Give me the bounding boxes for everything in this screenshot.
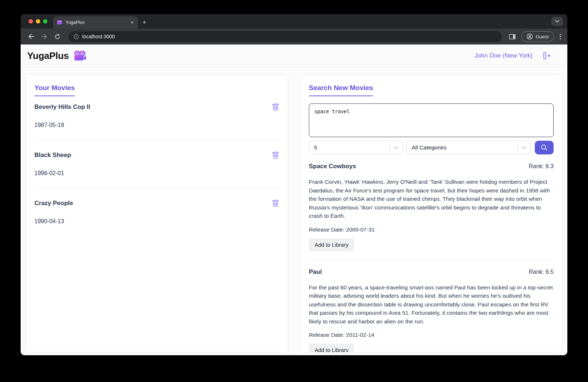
movie-title: Crazy People [34, 200, 73, 207]
trash-icon [272, 151, 279, 159]
search-result-item: Space Cowboys Rank: 6.3 Frank Corvin, ‘H… [309, 154, 554, 260]
result-rank: Rank: 6.3 [529, 163, 554, 170]
tab-search-chevron-button[interactable] [551, 17, 563, 26]
add-to-library-button[interactable]: Add to Library [309, 344, 354, 352]
app-header: YugaPlus John Doe (New York) [21, 44, 567, 67]
movie-camera-icon [57, 20, 63, 25]
movie-title: Beverly Hills Cop II [34, 103, 90, 111]
library-movie-item: Black Sheep [34, 152, 279, 188]
search-query-input[interactable]: space travel [309, 103, 554, 137]
your-movies-panel: Your Movies Beverly Hills Cop II [25, 74, 288, 352]
select-divider [518, 143, 518, 152]
user-avatar-icon [526, 33, 533, 40]
url-text: localhost:3000 [82, 34, 115, 39]
tab-bar: YugaPlus × + [21, 14, 567, 29]
user-profile-link[interactable]: John Doe (New York) [474, 52, 533, 59]
minimize-window-button[interactable] [36, 19, 40, 24]
chevron-down-icon [394, 146, 399, 149]
browser-window: YugaPlus × + localhost:3000 [21, 14, 567, 355]
chevron-down-icon [555, 20, 559, 23]
page-title: YugaPlus [27, 50, 69, 61]
category-value: All Categories [412, 144, 518, 151]
profile-name: Guest [536, 34, 549, 39]
movie-camera-icon [74, 50, 87, 61]
trash-icon [272, 199, 279, 207]
browser-toolbar: localhost:3000 Guest [21, 29, 567, 44]
search-icon [540, 144, 548, 152]
user-area: John Doe (New York) [474, 51, 551, 60]
search-result-item: Paul Rank: 6.5 For the past 60 years, a … [309, 260, 554, 352]
new-tab-button[interactable]: + [138, 16, 151, 29]
back-button[interactable] [26, 31, 37, 42]
logout-icon[interactable] [542, 51, 551, 60]
search-panel: Search New Movies space travel 5 All Cat… [300, 74, 563, 352]
tab-title: YugaPlus [66, 20, 126, 25]
result-limit-select[interactable]: 5 [309, 141, 403, 154]
site-info-icon[interactable] [74, 34, 79, 39]
result-rank: Rank: 6.5 [529, 269, 554, 275]
delete-movie-button[interactable] [272, 103, 279, 111]
movie-title: Black Sheep [34, 152, 71, 159]
browser-tab-yugaplus[interactable]: YugaPlus × [53, 16, 138, 29]
close-tab-button[interactable]: × [129, 20, 135, 25]
movie-release-date: 1987-05-18 [34, 122, 279, 128]
trash-icon [272, 103, 279, 111]
library-movie-item: Beverly Hills Cop II [34, 103, 279, 140]
movie-list: Beverly Hills Cop II [34, 103, 279, 235]
profile-button[interactable]: Guest [521, 31, 554, 42]
delete-movie-button[interactable] [272, 199, 279, 207]
main-content: Your Movies Beverly Hills Cop II [21, 67, 567, 355]
address-bar[interactable]: localhost:3000 [68, 31, 502, 42]
result-release-date: Release Date: 2011-02-14 [309, 332, 554, 338]
result-title: Paul [309, 268, 322, 276]
forward-button[interactable] [39, 31, 50, 42]
result-title: Space Cowboys [309, 163, 356, 170]
movie-release-date: 1996-02-01 [34, 170, 279, 177]
reload-button[interactable] [52, 31, 63, 42]
result-description: Frank Corvin, ‘Hawk’ Hawkins, Jerry O'Ne… [309, 178, 554, 220]
search-button[interactable] [535, 141, 554, 154]
search-results: Space Cowboys Rank: 6.3 Frank Corvin, ‘H… [309, 154, 554, 352]
side-panel-button[interactable] [507, 31, 518, 42]
result-limit-value: 5 [314, 144, 390, 151]
category-select[interactable]: All Categories [407, 141, 531, 154]
zoom-window-button[interactable] [43, 19, 47, 24]
browser-menu-button[interactable] [558, 31, 563, 42]
movie-release-date: 1990-04-13 [34, 218, 279, 225]
delete-movie-button[interactable] [272, 151, 279, 159]
add-to-library-button[interactable]: Add to Library [309, 238, 354, 251]
search-controls: 5 All Categories [309, 141, 554, 154]
search-heading: Search New Movies [309, 84, 373, 96]
your-movies-heading: Your Movies [34, 84, 75, 96]
select-divider [390, 143, 390, 152]
result-description: For the past 60 years, a space-traveling… [309, 283, 554, 326]
result-release-date: Release Date: 2000-07-31 [309, 226, 554, 233]
window-controls [21, 14, 53, 29]
page-content: YugaPlus John Doe (New York) [21, 44, 567, 355]
chevron-down-icon [522, 146, 527, 149]
library-movie-item: Crazy People [34, 200, 279, 235]
close-window-button[interactable] [29, 19, 33, 24]
brand: YugaPlus [27, 50, 87, 61]
